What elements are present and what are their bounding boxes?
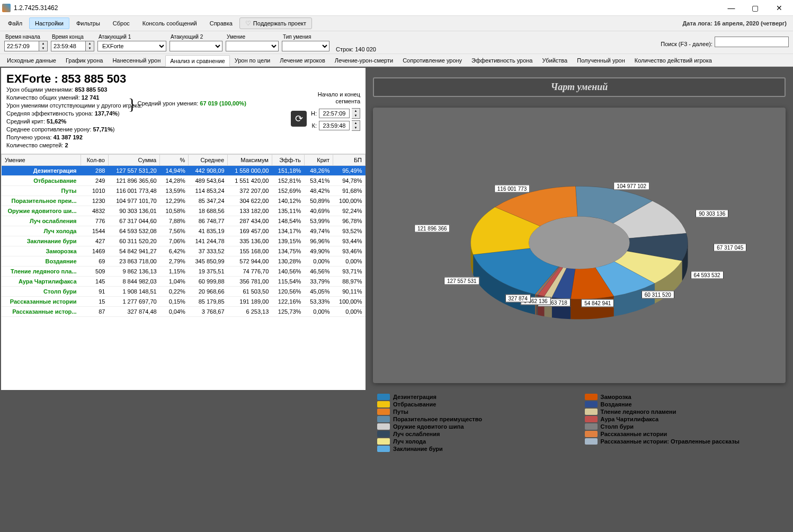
- table-row[interactable]: Рассказанные истории151 277 697,700,15%8…: [2, 297, 366, 307]
- legend-item: Столп бури: [585, 423, 782, 430]
- table-row[interactable]: Заморозка146954 842 941,276,42%37 333,52…: [2, 246, 366, 256]
- svg-point-0: [529, 217, 630, 269]
- table-row[interactable]: Поразительное преи...1230104 977 101,701…: [2, 196, 366, 206]
- menu-Файл[interactable]: Файл: [2, 17, 28, 29]
- chart-title: Чарт умений: [551, 82, 608, 92]
- legend-swatch: [377, 431, 390, 437]
- col-header[interactable]: Крит: [304, 155, 333, 166]
- legend-item: Дезинтеграция: [377, 394, 574, 400]
- chart-data-label: 116 001 773: [494, 184, 530, 192]
- table-row[interactable]: Луч холода154464 593 532,087,56%41 835,1…: [2, 226, 366, 236]
- end-spinner[interactable]: ▲▼: [86, 41, 94, 51]
- chart-data-label: 104 977 102: [613, 182, 649, 190]
- legend-swatch: [377, 423, 390, 430]
- table-row[interactable]: Оружие ядовитого ши...483290 303 136,011…: [2, 206, 366, 216]
- chart-data-label: 121 896 366: [414, 225, 450, 233]
- attacker1-label: Атакующий 1: [97, 34, 166, 40]
- chart-title-box: Чарт умений: [373, 77, 786, 97]
- legend-item: Тление ледяного пламени: [585, 409, 782, 415]
- heart-icon: ♡: [245, 20, 251, 27]
- legend-swatch: [377, 409, 390, 415]
- tab-8[interactable]: Эффективность урона: [467, 55, 537, 66]
- tab-7[interactable]: Сопротивление урону: [398, 55, 467, 66]
- content: EXForte : 853 885 503 Урон общими умения…: [0, 67, 793, 532]
- skill-select[interactable]: [226, 41, 279, 51]
- legend-item: Луч ослабления: [377, 431, 574, 437]
- legend-swatch: [585, 416, 598, 422]
- legend-swatch: [585, 394, 598, 400]
- table-row[interactable]: Тление ледяного пла...5099 862 136,131,1…: [2, 267, 366, 277]
- end-time-label: Время конца: [51, 34, 94, 40]
- legend-swatch: [377, 401, 390, 407]
- attacker2-label: Атакующий 2: [170, 34, 222, 40]
- app-title: 1.2.7425.31462: [14, 4, 58, 12]
- minimize-button[interactable]: —: [719, 0, 743, 16]
- segment-end-input[interactable]: [319, 121, 350, 130]
- tab-3[interactable]: Анализ и сравнение: [165, 55, 230, 67]
- col-header[interactable]: Сумма: [108, 155, 159, 166]
- skill-type-select[interactable]: [282, 41, 329, 51]
- col-header[interactable]: Кол-во: [81, 155, 109, 166]
- chart-data-label: 54 842 941: [581, 299, 614, 307]
- legend-item: Оружие ядовитого шипа: [377, 423, 574, 430]
- segment-start-input[interactable]: [319, 109, 350, 118]
- legend-item: Заморозка: [585, 394, 782, 400]
- menu-Фильтры[interactable]: Фильтры: [70, 17, 106, 29]
- player-name: EXForte :: [6, 72, 61, 85]
- menu-Настройки[interactable]: Настройки: [29, 17, 69, 29]
- chart-data-label: 327 874: [505, 294, 531, 302]
- legend-item: Аура Чартилифакса: [585, 416, 782, 422]
- col-header[interactable]: Среднее: [189, 155, 228, 166]
- refresh-button[interactable]: ⟳: [291, 111, 307, 127]
- tab-9[interactable]: Убийства: [538, 55, 573, 66]
- tab-4[interactable]: Урон по цели: [230, 55, 275, 66]
- tab-5[interactable]: Лечение игроков: [275, 55, 330, 66]
- legend-item: Луч холода: [377, 438, 574, 445]
- table-row[interactable]: Заклинание бури42760 311 520,207,06%141 …: [2, 236, 366, 246]
- skill-type-label: Тип умения: [282, 34, 329, 40]
- menu-Сброс[interactable]: Сброс: [107, 17, 136, 29]
- maximize-button[interactable]: ▢: [743, 0, 767, 16]
- tab-10[interactable]: Полученный урон: [572, 55, 630, 66]
- skills-table: УмениеКол-воСумма%СреднееМаксимумЭфф-тьК…: [1, 154, 366, 390]
- col-header[interactable]: Максимум: [228, 155, 272, 166]
- end-time-input[interactable]: [51, 41, 86, 51]
- close-button[interactable]: ✕: [767, 0, 791, 16]
- start-time-input[interactable]: [4, 41, 39, 51]
- tab-11[interactable]: Количество действий игрока: [630, 55, 717, 66]
- chart-data-label: 67 317 045: [714, 244, 746, 252]
- table-row[interactable]: Дезинтеграция288127 557 531,2014,94%442 …: [2, 166, 366, 176]
- legend-swatch: [585, 438, 598, 445]
- tab-0[interactable]: Исходные данные: [2, 55, 61, 66]
- col-header[interactable]: Эфф-ть: [272, 155, 304, 166]
- tab-1[interactable]: График урона: [61, 55, 108, 66]
- legend-item: Рассказанные истории: Отравленные расска…: [585, 438, 782, 445]
- table-row[interactable]: Столп бури911 908 148,510,22%20 968,6661…: [2, 287, 366, 297]
- right-panel: Чарт умений 127 557 531121 896 366116 00…: [366, 67, 793, 532]
- chart-data-label: 60 311 520: [641, 290, 674, 298]
- table-row[interactable]: Путы1010116 001 773,4813,59%114 853,2437…: [2, 186, 366, 196]
- tab-6[interactable]: Лечение-урон-смерти: [330, 55, 398, 66]
- table-row[interactable]: Рассказанные истор...87327 874,480,04%3 …: [2, 307, 366, 317]
- legend-swatch: [585, 423, 598, 430]
- attacker2-select[interactable]: [170, 41, 222, 51]
- table-row[interactable]: Луч ослабления77667 317 044,607,88%86 74…: [2, 216, 366, 226]
- start-spinner[interactable]: ▲▼: [39, 41, 48, 51]
- table-row[interactable]: Аура Чартилифакса1458 844 982,031,04%60 …: [2, 277, 366, 287]
- tab-2[interactable]: Нанесенный урон: [108, 55, 165, 66]
- total-damage: 853 885 503: [61, 72, 126, 85]
- summary-panel: EXForte : 853 885 503 Урон общими умения…: [1, 68, 366, 154]
- col-header[interactable]: %: [160, 155, 189, 166]
- col-header[interactable]: Умение: [2, 155, 81, 166]
- menu-Справка[interactable]: Справка: [204, 17, 238, 29]
- legend-item: Заклинание бури: [377, 446, 574, 452]
- support-button[interactable]: ♡ Поддержать проект: [239, 17, 312, 29]
- log-date: Дата лога: 16 апреля, 2020 (четверг): [682, 20, 787, 26]
- menu-Консоль сообщений[interactable]: Консоль сообщений: [137, 17, 203, 29]
- col-header[interactable]: БП: [333, 155, 366, 166]
- search-input[interactable]: [715, 37, 789, 47]
- table-row[interactable]: Воздаяние6923 863 718,002,79%345 850,995…: [2, 256, 366, 267]
- attacker1-select[interactable]: EXForte: [97, 41, 166, 51]
- support-label: Поддержать проект: [253, 20, 306, 26]
- table-row[interactable]: Отбрасывание249121 896 365,6014,28%489 5…: [2, 176, 366, 186]
